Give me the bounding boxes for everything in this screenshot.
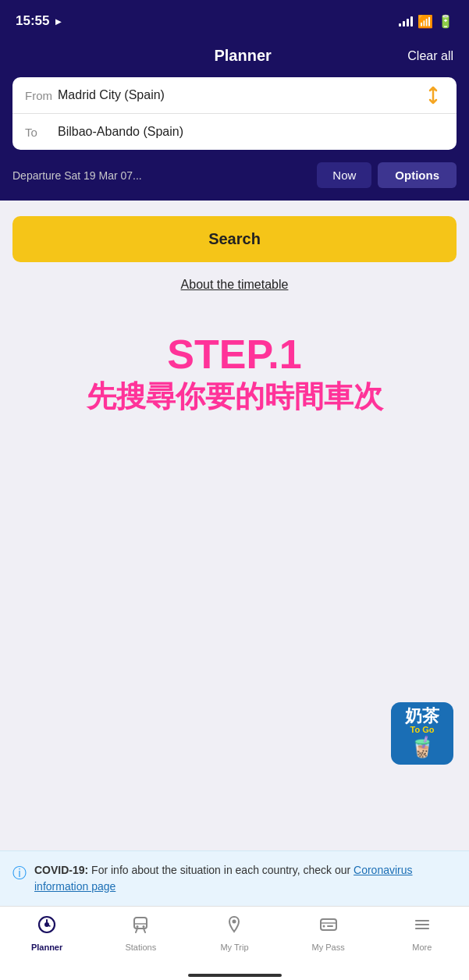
svg-point-9 (143, 925, 145, 928)
stations-icon (130, 914, 151, 939)
step-subtitle: 先搜尋你要的時間車次 (87, 378, 383, 416)
from-row[interactable]: From Madrid City (Spain) (12, 77, 457, 114)
departure-text: Departure Sat 19 Mar 07... (12, 169, 311, 182)
search-button[interactable]: Search (12, 216, 457, 262)
search-form: From Madrid City (Spain) To Bilbao-Aband… (0, 77, 469, 162)
from-value: Madrid City (Spain) (58, 88, 444, 102)
svg-rect-4 (134, 918, 147, 929)
to-label: To (25, 126, 58, 139)
home-indicator (0, 968, 469, 980)
battery-icon: 🔋 (438, 14, 453, 29)
about-timetable-link[interactable]: About the timetable (181, 278, 289, 292)
swap-button[interactable] (422, 84, 444, 106)
page-title: Planner (214, 47, 271, 65)
nav-item-my-trip[interactable]: My Trip (199, 914, 269, 952)
departure-bar: Departure Sat 19 Mar 07... Now Options (0, 162, 469, 201)
route-input-group: From Madrid City (Spain) To Bilbao-Aband… (12, 77, 457, 150)
nav-item-my-pass[interactable]: My Pass (293, 914, 364, 952)
status-bar: 15:55 ► 📶 🔋 (0, 0, 469, 39)
main-content: Search About the timetable STEP.1 先搜尋你要的… (0, 201, 469, 850)
clear-all-button[interactable]: Clear all (407, 49, 453, 63)
svg-point-8 (137, 925, 139, 928)
planner-label: Planner (31, 943, 62, 952)
step-title: STEP.1 (167, 331, 301, 378)
wifi-icon: 📶 (417, 14, 433, 29)
planner-icon (37, 914, 57, 939)
status-icons: 📶 🔋 (399, 14, 453, 29)
my-pass-icon (318, 914, 339, 939)
options-button[interactable]: Options (378, 162, 457, 188)
to-value: Bilbao-Abando (Spain) (58, 125, 444, 139)
to-row[interactable]: To Bilbao-Abando (Spain) (12, 114, 457, 150)
info-icon: ⓘ (12, 864, 27, 882)
nav-item-stations[interactable]: Stations (105, 914, 176, 952)
now-button[interactable]: Now (317, 162, 371, 188)
svg-rect-11 (321, 919, 336, 930)
covid-notice: ⓘ COVID-19: For info about the situation… (0, 850, 469, 906)
svg-rect-14 (327, 925, 333, 927)
header: Planner Clear all (0, 39, 469, 77)
my-trip-icon (224, 914, 244, 939)
from-label: From (25, 89, 58, 102)
more-label: More (412, 943, 432, 952)
stations-label: Stations (125, 943, 156, 952)
my-pass-label: My Pass (312, 943, 345, 952)
svg-point-13 (322, 925, 325, 928)
sticker: 奶茶 To Go 🧋 (391, 702, 453, 765)
signal-icon (399, 16, 413, 27)
nav-item-more[interactable]: More (387, 914, 457, 952)
home-bar (188, 974, 282, 977)
nav-item-planner[interactable]: Planner (12, 914, 82, 952)
covid-text: COVID-19: For info about the situation i… (34, 862, 457, 895)
step-container: STEP.1 先搜尋你要的時間車次 (87, 331, 383, 416)
bottom-nav: Planner Stations My Trip (0, 906, 469, 968)
my-trip-label: My Trip (220, 943, 248, 952)
status-time: 15:55 ► (16, 13, 63, 29)
svg-point-10 (233, 920, 236, 924)
more-icon (412, 914, 432, 939)
